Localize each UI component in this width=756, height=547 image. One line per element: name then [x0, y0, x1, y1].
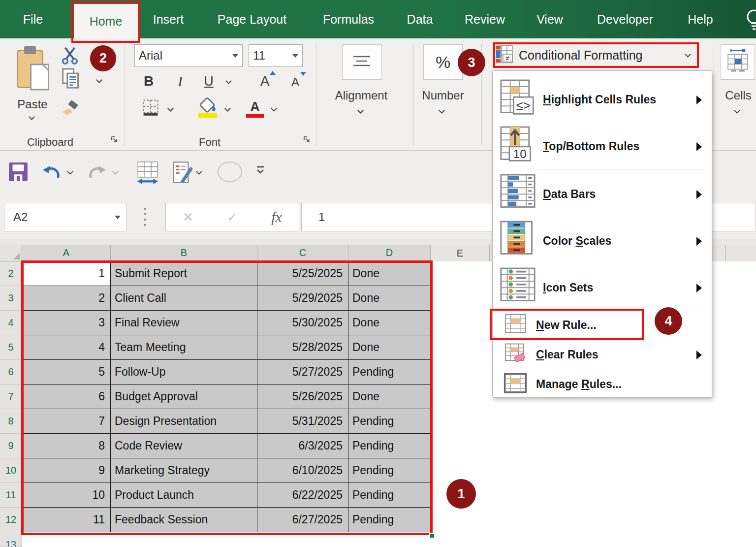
cell-A5[interactable]: 4 [22, 335, 111, 360]
tab-file[interactable]: File [23, 0, 43, 38]
fill-color-button[interactable] [196, 97, 220, 120]
menu-item-manage-rules[interactable]: Manage Rules... [496, 371, 707, 397]
cells-format-button[interactable] [721, 44, 755, 80]
increase-font-size-button[interactable]: A [254, 72, 276, 91]
edit-dropdown-chevron-icon[interactable] [196, 168, 202, 175]
select-all-corner[interactable] [0, 245, 22, 261]
menu-item-top-bottom-rules[interactable]: 10 Top/Bottom Rules [496, 124, 707, 169]
row-header-9[interactable]: 9 [0, 434, 22, 458]
fill-handle[interactable] [429, 533, 435, 539]
row-header-5[interactable]: 5 [0, 335, 22, 360]
tab-review[interactable]: Review [465, 0, 505, 38]
cell-C8[interactable]: 5/31/2025 [257, 409, 348, 434]
underline-button[interactable]: U [200, 72, 218, 91]
cell-A10[interactable]: 9 [22, 458, 111, 483]
column-header-C[interactable]: C [257, 245, 348, 261]
cell-C7[interactable]: 5/26/2025 [257, 385, 348, 409]
row-header-4[interactable]: 4 [0, 311, 22, 335]
bold-button[interactable]: B [140, 72, 158, 91]
cell-C10[interactable]: 6/10/2025 [257, 458, 348, 483]
cell-D8[interactable]: Pending [348, 409, 431, 434]
decrease-font-size-button[interactable]: A [284, 73, 306, 92]
undo-dropdown-chevron-icon[interactable] [67, 168, 73, 175]
autofit-column-width-button[interactable] [136, 161, 159, 186]
cell-A7[interactable]: 6 [22, 385, 111, 409]
cell-D7[interactable]: Done [348, 385, 431, 409]
copy-dropdown-chevron-icon[interactable] [96, 77, 102, 83]
font-size-combobox[interactable]: 11 [249, 44, 303, 67]
tab-data[interactable]: Data [407, 0, 433, 38]
row-header-6[interactable]: 6 [0, 360, 22, 385]
menu-item-clear-rules[interactable]: Clear Rules [496, 341, 707, 368]
save-button[interactable] [8, 161, 29, 184]
tab-view[interactable]: View [536, 0, 563, 38]
borders-button[interactable] [141, 98, 160, 118]
row-header-10[interactable]: 10 [0, 458, 22, 483]
copy-button[interactable] [60, 69, 82, 91]
name-box[interactable]: A2 [4, 203, 127, 231]
menu-item-icon-sets[interactable]: Icon Sets [496, 265, 707, 310]
cell-C3[interactable]: 5/29/2025 [257, 286, 348, 311]
font-dialog-launcher-icon[interactable] [303, 135, 311, 145]
redo-dropdown-chevron-icon[interactable] [112, 168, 119, 175]
column-header-A[interactable]: A [22, 245, 111, 261]
cell-C11[interactable]: 6/22/2025 [257, 483, 348, 508]
cell-A9[interactable]: 8 [22, 434, 111, 458]
cut-button[interactable] [59, 46, 81, 66]
row-header-12[interactable]: 12 [0, 508, 22, 532]
cell-D11[interactable]: Pending [348, 483, 431, 508]
cell-B11[interactable]: Product Launch [111, 483, 257, 508]
tab-developer[interactable]: Developer [597, 0, 653, 38]
paste-dropdown-chevron-icon[interactable] [29, 114, 35, 120]
row-header-11[interactable]: 11 [0, 483, 22, 508]
cell-D5[interactable]: Done [348, 335, 431, 360]
edit-document-button[interactable] [171, 161, 193, 186]
cell-C6[interactable]: 5/27/2025 [257, 360, 348, 385]
customize-qat-icon[interactable] [256, 165, 265, 177]
font-color-dropdown-chevron-icon[interactable] [271, 105, 277, 112]
font-name-combobox[interactable]: Arial [134, 44, 243, 67]
cell-B8[interactable]: Design Presentation [111, 409, 257, 434]
clipboard-dialog-launcher-icon[interactable] [110, 135, 118, 145]
paste-button[interactable] [14, 45, 52, 95]
cell-A3[interactable]: 2 [22, 286, 111, 311]
insert-function-icon[interactable]: fx [271, 209, 282, 225]
cells-expand-chevron-icon[interactable] [734, 107, 740, 114]
enter-icon[interactable]: ✓ [227, 210, 238, 225]
undo-button[interactable] [41, 163, 62, 182]
borders-dropdown-chevron-icon[interactable] [167, 105, 174, 112]
underline-dropdown-chevron-icon[interactable] [225, 78, 232, 84]
name-box-dropdown-icon[interactable] [115, 216, 121, 219]
formula-bar-resize-handle[interactable] [144, 208, 146, 226]
font-color-button[interactable]: A [244, 97, 266, 120]
cell-A4[interactable]: 3 [22, 311, 111, 335]
cell-A6[interactable]: 5 [22, 360, 111, 385]
tab-home[interactable]: Home [74, 4, 138, 38]
cell-C12[interactable]: 6/27/2025 [257, 508, 348, 532]
redo-button[interactable] [87, 163, 107, 182]
cell-B10[interactable]: Marketing Strategy [111, 458, 257, 483]
cell-D10[interactable]: Pending [348, 458, 431, 483]
cell-B6[interactable]: Follow-Up [111, 360, 257, 385]
cell-B7[interactable]: Budget Approval [111, 385, 257, 409]
font-size-dropdown-icon[interactable] [292, 54, 298, 58]
column-header-B[interactable]: B [111, 245, 257, 261]
tab-help[interactable]: Help [688, 0, 713, 38]
cell-D3[interactable]: Done [348, 286, 431, 311]
lightbulb-icon[interactable] [741, 8, 756, 32]
cell-A8[interactable]: 7 [22, 409, 111, 434]
fill-color-dropdown-chevron-icon[interactable] [224, 105, 231, 112]
tab-page-layout[interactable]: Page Layout [218, 0, 286, 38]
cell-B4[interactable]: Final Review [111, 311, 257, 335]
cancel-icon[interactable]: ✕ [183, 210, 193, 225]
conditional-formatting-button[interactable]: ≠ Conditional Formatting [495, 44, 697, 66]
cell-A12[interactable]: 11 [22, 508, 111, 532]
cell-B12[interactable]: Feedback Session [111, 508, 257, 532]
oval-shape-button[interactable] [218, 161, 242, 182]
row-header-13[interactable]: 13 [0, 532, 22, 547]
cell-D6[interactable]: Pending [348, 360, 431, 385]
column-header-E[interactable]: E [431, 245, 490, 261]
tab-insert[interactable]: Insert [153, 0, 184, 38]
font-name-dropdown-icon[interactable] [232, 54, 238, 58]
cell-B5[interactable]: Team Meeting [111, 335, 257, 360]
